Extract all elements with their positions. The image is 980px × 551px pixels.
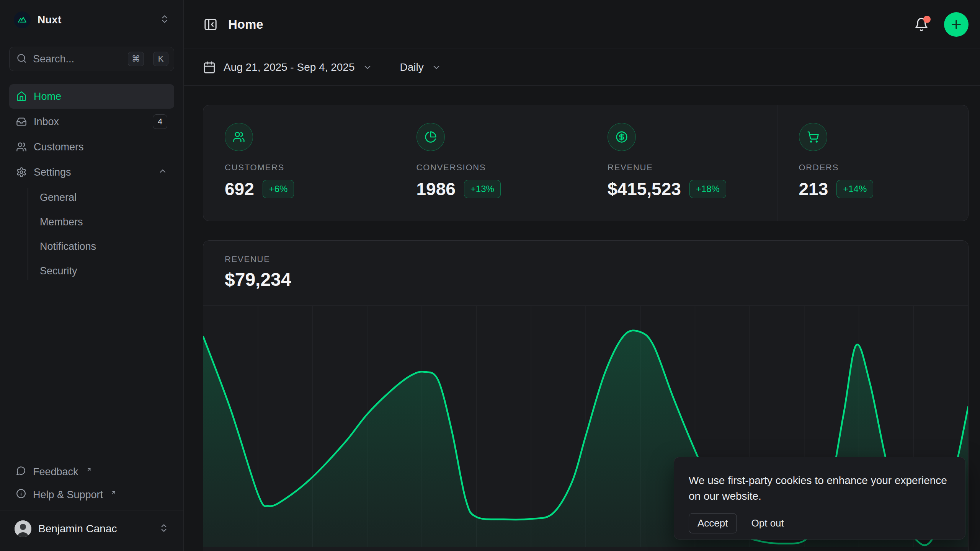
sidebar-item-label: Inbox — [34, 116, 59, 128]
notification-dot — [923, 16, 931, 23]
home-icon — [16, 91, 27, 102]
external-link-icon — [111, 486, 116, 498]
cookie-message: We use first-party cookies to enhance yo… — [689, 473, 950, 504]
page-title: Home — [228, 17, 914, 32]
stat-value: 1986 — [416, 179, 456, 199]
help-support-link[interactable]: Help & Support — [9, 483, 174, 506]
settings-subnav: General Members Notifications Security — [9, 185, 174, 283]
add-button[interactable] — [944, 12, 969, 37]
search-placeholder: Search... — [33, 53, 122, 65]
sidebar-item-label: Home — [34, 91, 61, 103]
chevron-up-icon — [158, 166, 167, 178]
stat-revenue[interactable]: REVENUE $415,523 +18% — [586, 105, 777, 221]
stat-customers[interactable]: CUSTOMERS 692 +6% — [203, 105, 395, 221]
user-avatar — [15, 520, 31, 537]
chevrons-up-down-icon — [159, 523, 169, 535]
sidebar-footer: Feedback Help & Support — [9, 460, 174, 551]
users-icon — [225, 123, 253, 151]
chart-title: REVENUE — [225, 254, 968, 264]
cart-icon — [799, 123, 827, 151]
sidebar-item-settings[interactable]: Settings — [9, 160, 174, 184]
sidebar-item-notifications[interactable]: Notifications — [40, 234, 174, 259]
feedback-link[interactable]: Feedback — [9, 460, 174, 483]
granularity-value: Daily — [400, 61, 424, 73]
notifications-button[interactable] — [914, 17, 929, 32]
sidebar-nav: Home Inbox 4 — [9, 84, 174, 283]
stat-delta-badge: +6% — [263, 180, 294, 198]
sidebar-item-label: Settings — [34, 166, 71, 178]
sidebar-item-home[interactable]: Home — [9, 84, 174, 109]
stat-label: CUSTOMERS — [225, 163, 376, 173]
stat-orders[interactable]: ORDERS 213 +14% — [777, 105, 969, 221]
panel-left-close-icon[interactable] — [203, 17, 218, 32]
external-link-icon — [86, 463, 92, 475]
date-range-label: Aug 21, 2025 - Sep 4, 2025 — [224, 61, 355, 73]
chevrons-up-down-icon — [160, 14, 170, 26]
user-menu[interactable]: Benjamin Canac — [9, 510, 174, 547]
stat-label: ORDERS — [799, 163, 950, 173]
info-icon — [16, 489, 26, 501]
sidebar-item-inbox[interactable]: Inbox 4 — [9, 109, 174, 134]
chat-bubble-icon — [16, 466, 26, 478]
sidebar-item-customers[interactable]: Customers — [9, 135, 174, 159]
search-icon — [16, 53, 27, 65]
page-header: Home — [184, 0, 980, 49]
accept-button[interactable]: Accept — [689, 513, 737, 533]
feedback-label: Feedback — [33, 466, 78, 478]
sidebar: Nuxt Search... ⌘ K — [0, 0, 184, 551]
help-support-label: Help & Support — [33, 489, 103, 501]
stats-card: CUSTOMERS 692 +6% CONVERSIONS 1986 — [203, 105, 969, 221]
sidebar-item-security[interactable]: Security — [40, 259, 174, 283]
stat-label: CONVERSIONS — [416, 163, 568, 173]
users-icon — [16, 142, 27, 152]
kbd-k: K — [153, 52, 168, 66]
pie-chart-icon — [416, 123, 445, 151]
stat-delta-badge: +18% — [689, 180, 726, 198]
plus-icon — [950, 18, 963, 31]
inbox-icon — [16, 116, 27, 127]
kbd-cmd: ⌘ — [128, 52, 144, 66]
chevron-down-icon — [363, 62, 372, 72]
calendar-icon — [203, 61, 216, 74]
sidebar-item-label: Customers — [34, 141, 84, 153]
opt-out-button[interactable]: Opt out — [751, 517, 784, 529]
stat-label: REVENUE — [608, 163, 759, 173]
stat-delta-badge: +13% — [464, 180, 501, 198]
circle-dollar-icon — [608, 123, 636, 151]
gear-icon — [16, 167, 27, 178]
stat-value: 213 — [799, 179, 828, 199]
sidebar-item-general[interactable]: General — [40, 185, 174, 210]
filters-toolbar: Aug 21, 2025 - Sep 4, 2025 Daily — [184, 49, 980, 86]
cookie-banner: We use first-party cookies to enhance yo… — [674, 457, 965, 540]
granularity-select[interactable]: Daily — [400, 61, 441, 73]
stat-value: $415,523 — [608, 179, 681, 199]
inbox-count-badge: 4 — [153, 114, 167, 129]
chart-current-value: $79,234 — [225, 269, 968, 290]
stat-value: 692 — [225, 179, 254, 199]
sidebar-item-members[interactable]: Members — [40, 210, 174, 234]
team-name: Nuxt — [38, 14, 153, 26]
user-name: Benjamin Canac — [38, 523, 152, 535]
nuxt-logo-icon — [14, 11, 31, 28]
search-input[interactable]: Search... ⌘ K — [9, 47, 174, 71]
stat-conversions[interactable]: CONVERSIONS 1986 +13% — [395, 105, 586, 221]
stat-delta-badge: +14% — [836, 180, 873, 198]
team-switcher[interactable]: Nuxt — [9, 8, 174, 32]
chevron-down-icon — [431, 62, 441, 72]
date-range-picker[interactable]: Aug 21, 2025 - Sep 4, 2025 — [203, 61, 372, 74]
